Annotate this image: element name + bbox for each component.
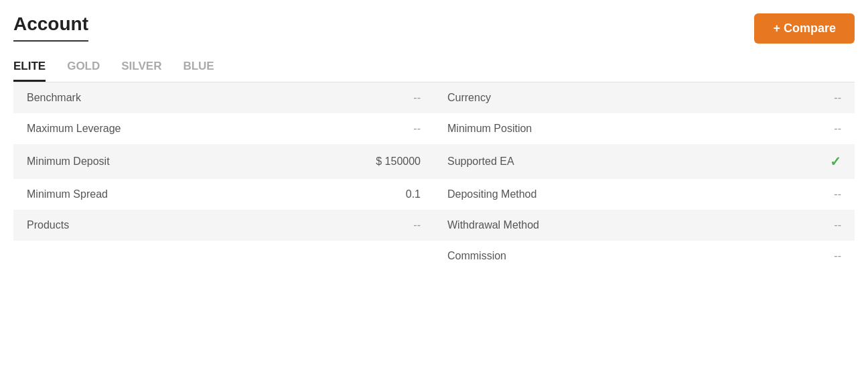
cell-min-deposit: Minimum Deposit $ 150000 <box>13 144 434 179</box>
table-row: Benchmark -- Currency -- <box>13 82 855 113</box>
tab-gold[interactable]: GOLD <box>67 60 100 82</box>
cell-products: Products -- <box>13 210 434 241</box>
label-min-spread: Minimum Spread <box>27 188 108 200</box>
cell-currency: Currency -- <box>434 82 855 113</box>
table-row: Minimum Spread 0.1 Depositing Method -- <box>13 179 855 210</box>
tab-blue[interactable]: BLUE <box>183 60 214 82</box>
cell-benchmark: Benchmark -- <box>13 82 434 113</box>
value-min-position: -- <box>834 123 841 135</box>
value-depositing-method: -- <box>834 188 841 200</box>
label-supported-ea: Supported EA <box>447 156 514 168</box>
cell-max-leverage: Maximum Leverage -- <box>13 113 434 144</box>
label-depositing-method: Depositing Method <box>447 188 536 200</box>
data-table: Benchmark -- Currency -- Maximum Leverag… <box>13 82 855 271</box>
page-title: Account <box>13 13 88 35</box>
cell-commission: Commission -- <box>434 241 855 271</box>
value-commission: -- <box>834 250 841 262</box>
value-max-leverage: -- <box>413 123 421 135</box>
value-products: -- <box>413 219 421 231</box>
table-row: Minimum Deposit $ 150000 Supported EA ✓ <box>13 144 855 179</box>
compare-button[interactable]: + Compare <box>754 13 855 44</box>
label-commission: Commission <box>447 250 506 262</box>
cell-empty-left <box>13 241 434 271</box>
table-row: Commission -- <box>13 241 855 271</box>
label-withdrawal-method: Withdrawal Method <box>447 219 539 231</box>
cell-min-position: Minimum Position -- <box>434 113 855 144</box>
label-products: Products <box>27 219 69 231</box>
table-row: Maximum Leverage -- Minimum Position -- <box>13 113 855 144</box>
label-currency: Currency <box>447 92 491 104</box>
title-underline <box>13 40 88 42</box>
tab-silver[interactable]: SILVER <box>121 60 161 82</box>
label-max-leverage: Maximum Leverage <box>27 123 121 135</box>
page-container: Account + Compare ELITE GOLD SILVER BLUE… <box>0 0 868 285</box>
value-supported-ea: ✓ <box>830 153 841 170</box>
value-min-deposit: $ 150000 <box>376 156 421 168</box>
label-benchmark: Benchmark <box>27 92 81 104</box>
value-min-spread: 0.1 <box>406 188 421 200</box>
table-row: Products -- Withdrawal Method -- <box>13 210 855 241</box>
value-withdrawal-method: -- <box>834 219 841 231</box>
cell-min-spread: Minimum Spread 0.1 <box>13 179 434 210</box>
tabs: ELITE GOLD SILVER BLUE <box>13 60 855 82</box>
title-wrapper: Account <box>13 13 88 42</box>
cell-depositing-method: Depositing Method -- <box>434 179 855 210</box>
value-benchmark: -- <box>413 92 421 104</box>
value-currency: -- <box>834 92 841 104</box>
header: Account + Compare <box>13 13 855 44</box>
label-min-deposit: Minimum Deposit <box>27 156 110 168</box>
label-min-position: Minimum Position <box>447 123 532 135</box>
cell-supported-ea: Supported EA ✓ <box>434 144 855 179</box>
cell-withdrawal-method: Withdrawal Method -- <box>434 210 855 241</box>
tab-elite[interactable]: ELITE <box>13 60 46 82</box>
